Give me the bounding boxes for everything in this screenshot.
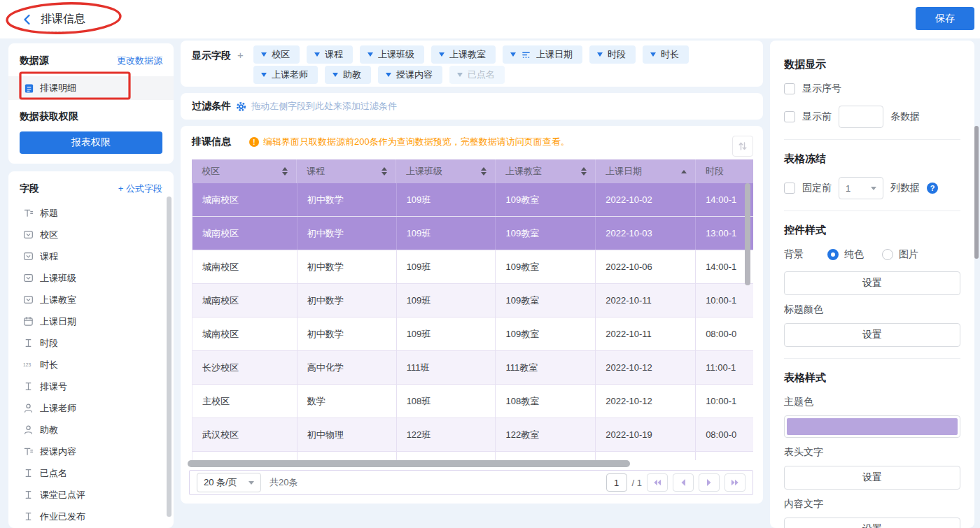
table-row[interactable] <box>192 452 753 460</box>
gear-icon[interactable] <box>236 101 246 112</box>
table-row[interactable]: 主校区数学108班108教室2022-10-1210:00-1 <box>192 385 753 418</box>
title-color-set-button[interactable]: 设置 <box>784 323 960 347</box>
table-row[interactable]: 武汉校区初中物理122班122教室2022-10-1908:00-0 <box>192 418 753 452</box>
table-row[interactable]: 城南校区初中数学109班109教室2022-10-0214:00-1 <box>192 183 753 217</box>
display-field-chip[interactable]: 上课日期 <box>503 45 582 64</box>
sort-asc-icon[interactable] <box>681 170 687 173</box>
display-field-chip[interactable]: 时长 <box>643 45 689 64</box>
first-page-button[interactable] <box>647 473 668 492</box>
table-row[interactable]: 长沙校区高中化学111班111教室2022-10-1211:00-1 <box>192 351 753 385</box>
table-header-row: 校区课程上课班级上课教室上课日期时段 <box>192 159 753 183</box>
data-display-title: 数据显示 <box>784 58 960 71</box>
column-header-label: 上课日期 <box>606 165 642 178</box>
table-cell <box>298 452 397 460</box>
field-item[interactable]: 排课号 <box>8 376 174 397</box>
table-cell: 2022-10-11 <box>596 284 696 317</box>
sort-icon[interactable] <box>382 167 387 176</box>
table-row[interactable]: 城南校区初中数学109班109教室2022-10-1108:00-0 <box>192 317 753 351</box>
chevron-down-icon <box>439 52 444 57</box>
field-item[interactable]: 已点名 <box>8 462 174 484</box>
table-cell: 高中化学 <box>298 351 397 384</box>
number-field-icon: 123 <box>23 359 34 370</box>
chevron-down-icon <box>650 52 656 57</box>
field-item[interactable]: 标题 <box>8 202 174 224</box>
display-field-chip[interactable]: 时段 <box>589 45 636 64</box>
theme-color-swatch[interactable] <box>784 415 960 438</box>
header-text-label: 表头文字 <box>784 446 960 459</box>
field-item[interactable]: 课堂已点评 <box>8 484 174 506</box>
table-row[interactable]: 城南校区初中数学109班109教室2022-10-1110:00-1 <box>192 284 753 317</box>
table-cell: 122班 <box>397 418 496 451</box>
content-text-set-button[interactable]: 设置 <box>784 518 960 528</box>
sort-icon[interactable] <box>581 167 587 176</box>
column-header[interactable]: 校区 <box>192 159 297 183</box>
field-item[interactable]: 时段 <box>8 332 174 354</box>
column-header[interactable]: 上课教室 <box>496 159 596 183</box>
field-item[interactable]: 上课日期 <box>8 311 174 332</box>
column-header[interactable]: 上课班级 <box>396 159 496 183</box>
table-cell: 08:00-0 <box>696 317 753 350</box>
show-first-count-input[interactable] <box>839 106 883 128</box>
column-header[interactable]: 上课日期 <box>596 159 696 183</box>
background-set-button[interactable]: 设置 <box>784 271 960 295</box>
display-field-chip[interactable]: 课程 <box>307 45 353 64</box>
table-cell: 111班 <box>397 351 496 384</box>
back-icon[interactable] <box>21 13 34 26</box>
page-title[interactable]: 排课信息 <box>41 12 85 32</box>
last-page-button[interactable] <box>724 473 746 492</box>
display-field-chip[interactable]: 上课老师 <box>253 66 318 84</box>
header-text-set-button[interactable]: 设置 <box>784 466 960 490</box>
field-item[interactable]: 作业已发布 <box>8 506 174 527</box>
display-field-chip[interactable]: 助教 <box>325 66 371 84</box>
field-item[interactable]: 助教 <box>8 419 174 441</box>
formula-field-link[interactable]: + 公式字段 <box>118 183 162 195</box>
chip-label: 助教 <box>343 69 361 81</box>
sort-icon[interactable] <box>282 167 288 176</box>
next-page-button[interactable] <box>699 473 720 492</box>
field-item[interactable]: 上课老师 <box>8 397 174 419</box>
filter-panel[interactable]: 过滤条件 拖动左侧字段到此处来添加过滤条件 <box>181 93 763 120</box>
column-header[interactable]: 课程 <box>297 159 396 183</box>
display-field-chip[interactable]: 校区 <box>253 45 300 64</box>
datasource-item[interactable]: 排课明细 <box>8 76 174 100</box>
sort-icon[interactable] <box>481 167 486 176</box>
prev-page-button[interactable] <box>673 473 694 492</box>
field-item[interactable]: 上课班级 <box>8 267 174 289</box>
report-permission-button[interactable]: 报表权限 <box>20 131 162 154</box>
display-field-chip[interactable]: 上课班级 <box>360 45 424 64</box>
field-item[interactable]: 校区 <box>8 224 174 245</box>
table-row[interactable]: 城南校区初中数学109班109教室2022-10-0614:00-1 <box>192 250 753 284</box>
table-horizontal-scrollbar[interactable] <box>188 460 630 467</box>
table-cell: 109教室 <box>496 217 596 250</box>
fields-scrollbar[interactable] <box>167 197 172 517</box>
bg-solid-radio[interactable] <box>827 249 839 260</box>
page-size-select[interactable]: 20 条/页 <box>197 473 261 492</box>
freeze-count-select[interactable]: 1 <box>839 177 883 199</box>
change-datasource-link[interactable]: 更改数据源 <box>117 55 162 67</box>
field-item[interactable]: 上课教室 <box>8 289 174 311</box>
field-item[interactable]: 授课内容 <box>8 441 174 462</box>
display-field-chip[interactable]: 授课内容 <box>378 66 442 84</box>
freeze-checkbox[interactable] <box>784 183 795 194</box>
bg-image-radio[interactable] <box>882 249 893 260</box>
window-scrollbar[interactable] <box>974 126 979 259</box>
field-item[interactable]: 123时长 <box>8 354 174 376</box>
table-row[interactable]: 城南校区初中数学109班109教室2022-10-0313:00-1 <box>192 217 753 250</box>
divider <box>784 139 960 140</box>
table-vertical-scrollbar[interactable] <box>745 183 750 285</box>
display-fields-label: 显示字段 <box>192 50 231 61</box>
add-display-field-button[interactable]: + <box>237 49 244 61</box>
page-number-input[interactable] <box>606 473 627 492</box>
field-item[interactable]: 课程 <box>8 245 174 267</box>
sort-toggle-button[interactable] <box>732 136 753 157</box>
freeze-title: 表格冻结 <box>784 152 960 166</box>
show-first-checkbox[interactable] <box>784 111 795 122</box>
chip-label: 已点名 <box>468 69 495 81</box>
table-panel: 排课信息 ! 编辑界面只取数据源前200条作为查询数据预览，完整数据请访问页面查… <box>181 126 763 504</box>
save-button[interactable]: 保存 <box>916 7 974 30</box>
help-icon[interactable]: ? <box>927 183 938 194</box>
show-index-checkbox[interactable] <box>784 83 795 94</box>
display-field-chip[interactable]: 上课教室 <box>431 45 496 64</box>
column-header[interactable]: 时段 <box>696 159 753 183</box>
chevron-down-icon <box>332 73 338 77</box>
